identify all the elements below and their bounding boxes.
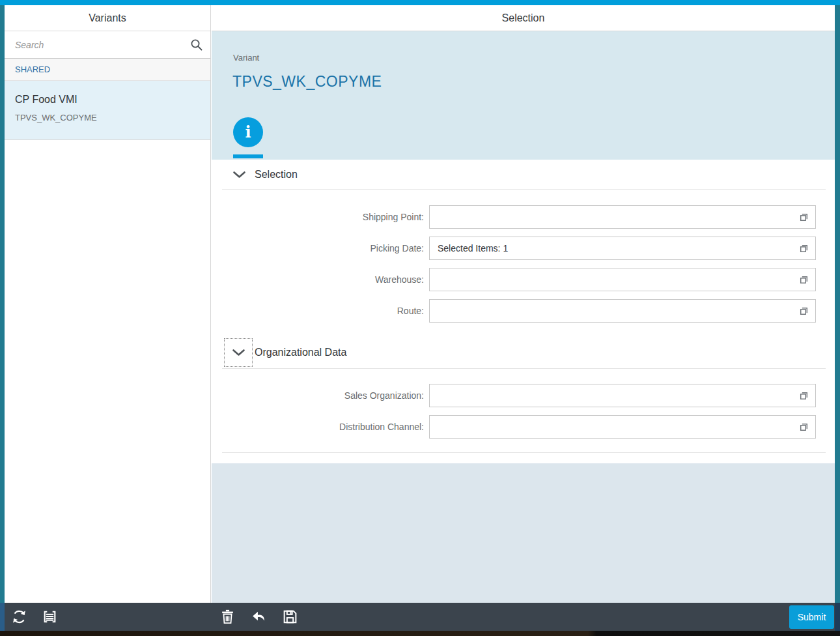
shipping-point-label: Shipping Point: — [212, 205, 424, 229]
delete-icon — [219, 609, 236, 625]
section-selection-collapse-button[interactable] — [225, 160, 253, 189]
window-border-bottom — [0, 631, 840, 636]
route-input[interactable] — [429, 299, 816, 323]
distribution-channel-input[interactable] — [429, 415, 816, 439]
window-border-left-toolbar — [0, 603, 5, 631]
field-distribution-channel: Distribution Channel: — [212, 415, 835, 439]
log-icon — [42, 609, 58, 625]
variant-list-item[interactable]: CP Food VMI TPVS_WK_COPYME — [5, 81, 210, 140]
variant-search-bar — [5, 31, 210, 59]
section-selection-title: Selection — [255, 160, 298, 189]
value-help-icon — [798, 274, 809, 285]
value-help-icon — [798, 306, 809, 317]
route-label: Route: — [212, 299, 424, 323]
app-window: Variants SHARED CP Food VMI TPVS_WK_COPY… — [0, 0, 840, 636]
warehouse-value-help-button[interactable] — [792, 268, 815, 291]
section-divider — [222, 368, 826, 369]
distribution-channel-label: Distribution Channel: — [212, 415, 424, 439]
variant-name: TPVS_WK_COPYME — [232, 73, 382, 91]
selection-panel: Selection Variant TPVS_WK_COPYME i Selec… — [212, 5, 835, 603]
section-organizational-data-collapse-button[interactable] — [224, 338, 253, 367]
delete-button[interactable] — [219, 608, 236, 626]
value-help-icon — [798, 390, 809, 401]
section-organizational-data-header: Organizational Data — [212, 338, 835, 367]
refresh-button[interactable] — [10, 608, 28, 626]
picking-date-value-help-button[interactable] — [792, 237, 815, 259]
picking-date-label: Picking Date: — [212, 237, 424, 260]
variant-item-subtitle: TPVS_WK_COPYME — [15, 113, 200, 123]
field-route: Route: — [212, 299, 835, 323]
log-button[interactable] — [41, 608, 59, 626]
warehouse-input[interactable] — [429, 268, 816, 291]
window-border-top — [0, 0, 840, 5]
value-help-icon — [798, 212, 809, 223]
section-divider — [222, 189, 826, 190]
picking-date-input[interactable] — [429, 237, 816, 260]
search-input[interactable] — [5, 31, 210, 58]
submit-button[interactable]: Submit — [789, 605, 834, 629]
sales-organization-label: Sales Organization: — [212, 384, 424, 407]
chevron-down-icon — [233, 171, 245, 179]
save-icon — [282, 609, 298, 625]
section-organizational-data-title: Organizational Data — [255, 338, 346, 367]
save-button[interactable] — [281, 608, 299, 626]
variants-panel-title: Variants — [5, 5, 210, 31]
content-divider — [222, 452, 826, 453]
search-icon[interactable] — [189, 38, 204, 52]
tab-info[interactable]: i — [233, 117, 263, 147]
distribution-channel-value-help-button[interactable] — [792, 416, 815, 438]
section-selection-header: Selection — [212, 160, 835, 189]
shipping-point-input[interactable] — [429, 205, 816, 229]
footer-toolbar: Submit — [5, 603, 835, 631]
info-icon: i — [245, 124, 251, 140]
refresh-icon — [11, 609, 27, 625]
selection-panel-title: Selection — [212, 5, 835, 31]
chevron-down-icon — [232, 349, 245, 356]
tab-selected-indicator — [233, 154, 263, 158]
undo-icon — [251, 609, 267, 625]
value-help-icon — [798, 243, 809, 254]
value-help-icon — [798, 422, 809, 433]
field-sales-organization: Sales Organization: — [212, 384, 835, 407]
undo-button[interactable] — [250, 608, 268, 626]
route-value-help-button[interactable] — [792, 300, 815, 322]
variants-panel: Variants SHARED CP Food VMI TPVS_WK_COPY… — [5, 5, 211, 603]
sales-organization-input[interactable] — [429, 384, 816, 407]
window-border-right-toolbar — [835, 603, 840, 631]
variant-item-title: CP Food VMI — [15, 94, 200, 106]
warehouse-label: Warehouse: — [212, 268, 424, 291]
variant-group-header: SHARED — [5, 59, 210, 81]
window-border-left — [0, 5, 5, 603]
field-warehouse: Warehouse: — [212, 268, 835, 291]
field-picking-date: Picking Date: — [212, 237, 835, 260]
lower-background-area — [212, 463, 835, 603]
shipping-point-value-help-button[interactable] — [792, 206, 815, 228]
sales-organization-value-help-button[interactable] — [792, 384, 815, 407]
window-border-right — [835, 5, 840, 603]
field-shipping-point: Shipping Point: — [212, 205, 835, 229]
variant-label: Variant — [233, 53, 259, 63]
variant-header-band — [212, 31, 835, 160]
